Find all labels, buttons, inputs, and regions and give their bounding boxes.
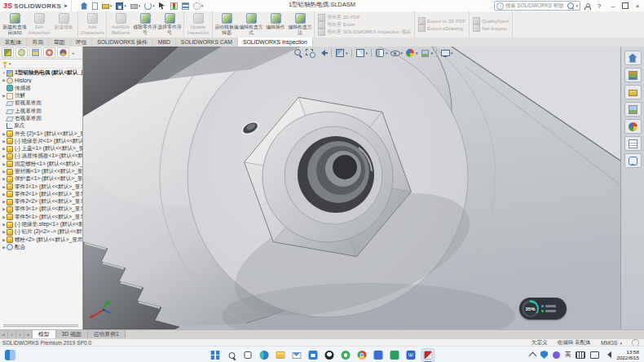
taskpane-design-library-button[interactable] (624, 68, 642, 82)
tree-item[interactable]: ▶配合 (0, 244, 82, 251)
tree-item[interactable]: ▶零件2<2> (默认<<默认>_显示状态 (0, 198, 82, 205)
dropdown-caret-icon[interactable]: ▾ (401, 51, 404, 55)
panel-resize-grip[interactable] (3, 324, 78, 328)
qat-new-button[interactable] (91, 2, 99, 11)
tree-item[interactable]: ▶密封圈<1> (默认<<默认>_显示状 (0, 168, 82, 175)
tree-item[interactable]: ▶History (0, 77, 82, 84)
taskbar-mail-button[interactable] (291, 349, 303, 361)
ribbon-button-2-2[interactable]: 选择零件序号 (157, 12, 182, 35)
ribbon-small-button-0-0[interactable]: 导出至 2D PDF (318, 14, 360, 20)
qat-undo-button[interactable]: ▾ (143, 2, 156, 11)
tree-tab-displaymanager[interactable] (57, 47, 69, 58)
qat-open-button[interactable]: ▾ (101, 2, 113, 10)
taskbar-chrome-button[interactable] (356, 349, 368, 361)
tree-item[interactable]: ▶固定螺栓<1> (默认<<默认>_显示状 (0, 161, 82, 168)
ribbon-small-button-2-1[interactable]: Net-Inspect (473, 25, 507, 32)
dropdown-caret-icon[interactable]: ▾ (386, 51, 388, 55)
dropdown-caret-icon[interactable]: ▾ (451, 51, 453, 55)
tree-item[interactable]: ▶保护套<1> (默认<<默认>_显示状 (0, 175, 82, 183)
tree-tab-configurationmanager[interactable] (29, 47, 42, 58)
tree-item[interactable]: ▶螺栓<2> (默认<<默认>_显示状态 (0, 236, 82, 244)
ribbon-small-button-2-0[interactable]: QualityXpert (473, 18, 509, 24)
taskpane-resources-button[interactable] (624, 51, 642, 65)
headsup-edit-appearance-button[interactable]: ▾ (405, 48, 418, 58)
taskbar-task-view-button[interactable] (242, 349, 254, 361)
taskbar-browser-button[interactable] (340, 349, 352, 361)
3d-model-scene[interactable] (83, 46, 620, 329)
tray-overflow-chevron-icon[interactable] (529, 352, 537, 360)
minimize-button[interactable]: – (608, 2, 618, 11)
ribbon-tab-4[interactable]: SOLIDWORKS 插件 (92, 38, 153, 46)
help-search-box[interactable]: i 搜索 SOLIDWORKS 帮助 ▾ (494, 1, 580, 11)
ribbon-small-button-0-1[interactable]: 导出至 Excel (318, 21, 355, 28)
qat-select-button[interactable] (158, 2, 167, 11)
tree-tabs-overflow-icon[interactable]: » (72, 51, 74, 55)
ribbon-tab-6[interactable]: SOLIDWORKS CAM (176, 38, 238, 46)
dropdown-caret-icon[interactable]: ▾ (201, 3, 204, 8)
search-caret-icon[interactable]: ▾ (576, 3, 578, 8)
qat-home-button[interactable] (80, 2, 89, 11)
taskpane-forum-button[interactable] (624, 153, 642, 168)
ribbon-tab-5[interactable]: MBD (153, 38, 176, 46)
tree-item[interactable]: ▶(-) 铝片 (2)<2> -> (默认<<默认> (0, 228, 82, 236)
tree-root-item[interactable]: ▾1型铝轴热电偶 (默认<默认_显示状态-1 (0, 69, 82, 77)
ribbon-button-2-1[interactable]: 移除零件序号 (133, 12, 157, 35)
tree-item[interactable]: ▶(-) 绝缘垫片<1> (默认<<默认>_显 (0, 138, 82, 145)
taskbar-search-button[interactable] (226, 349, 238, 361)
taskbar-store-button[interactable] (307, 349, 320, 361)
ribbon-small-button-1-0[interactable]: Export to 3D PDF (418, 18, 465, 24)
tree-filter-row[interactable]: ▾ (0, 60, 82, 68)
ribbon-button-3-0[interactable]: Update Inspection Project (186, 12, 210, 36)
ime-indicator[interactable]: 英 (565, 351, 571, 359)
taskpane-custom-properties-button[interactable] (624, 136, 642, 151)
headsup-previous-view-button[interactable] (318, 48, 328, 58)
tree-item[interactable]: ▶零件3<1> (默认<<默认>_显示状态 (0, 205, 82, 213)
taskbar-start-button[interactable] (210, 349, 222, 361)
dropdown-caret-icon[interactable]: ▾ (366, 51, 368, 55)
dropdown-caret-icon[interactable]: ▾ (139, 3, 141, 8)
taskpane-file-explorer-button[interactable] (624, 85, 642, 99)
tree-item[interactable]: ▶(-) 上盖<1> (默认<<默认>_显示状 (0, 145, 82, 152)
taskpane-appearances-button[interactable] (624, 119, 642, 134)
ribbon-button-0-2[interactable]: 新建模板 (51, 12, 76, 30)
widgets-button[interactable] (5, 350, 15, 360)
taskbar-edge-button[interactable] (258, 349, 271, 361)
dropdown-caret-icon[interactable]: ▾ (110, 3, 112, 8)
defender-tray-icon[interactable] (540, 351, 548, 359)
help-button[interactable]: ? (594, 2, 604, 11)
tree-item[interactable]: 传感器 (0, 85, 82, 92)
ribbon-button-4-2[interactable]: 编辑操作 (263, 12, 288, 30)
dropdown-caret-icon[interactable]: ▾ (431, 51, 434, 55)
dropdown-caret-icon[interactable]: ▾ (620, 341, 622, 346)
search-icon[interactable] (567, 2, 574, 9)
qat-print-button[interactable]: ▾ (130, 2, 142, 10)
headsup-hide-show-items-button[interactable]: ▾ (390, 48, 404, 58)
ribbon-tab-2[interactable]: 草图 (49, 38, 71, 46)
taskbar-file-explorer-button[interactable] (275, 349, 287, 361)
tree-tab-propertymanager[interactable] (15, 47, 28, 58)
solidworks-logo[interactable]: 3S SOLIDWORKS ▸ (0, 0, 72, 11)
tree-item[interactable]: 右视基准面 (0, 115, 82, 122)
network-icon[interactable] (590, 351, 599, 359)
ribbon-button-4-1[interactable]: 编辑检查方式 (239, 12, 263, 35)
dropdown-caret-icon[interactable]: ▾ (152, 3, 155, 8)
ribbon-button-2-0[interactable]: Add/Edit Balloons (108, 12, 133, 35)
taskbar-clock[interactable]: 13:58 2022/8/15 (616, 349, 639, 360)
app-tray-icon[interactable] (553, 351, 560, 359)
ribbon-tab-7[interactable]: SOLIDWORKS Inspection (238, 38, 313, 46)
taskbar-solidworks-button[interactable] (421, 348, 435, 362)
ribbon-button-4-3[interactable]: 编辑检查方法 (288, 12, 312, 35)
restore-button[interactable] (622, 2, 629, 9)
ribbon-small-button-1-1[interactable]: Export eDrawing (418, 25, 463, 32)
dropdown-caret-icon[interactable]: ▾ (416, 51, 418, 55)
tree-item[interactable]: 前视基准面 (0, 99, 82, 107)
tree-item[interactable]: ▶注解 (0, 92, 82, 99)
taskbar-app-green-button[interactable] (389, 349, 401, 361)
headsup-view-settings-button[interactable]: ▾ (440, 48, 453, 58)
headsup-section-view-button[interactable]: ▾ (335, 48, 348, 58)
ribbon-tab-3[interactable]: 评估 (71, 38, 93, 46)
dropdown-caret-icon[interactable]: ▾ (346, 51, 348, 55)
qat-file-properties-button[interactable] (181, 2, 190, 11)
taskpane-view-palette-button[interactable] (624, 102, 642, 117)
ribbon-button-0-1[interactable]: Edit Inspection Project (27, 12, 51, 36)
